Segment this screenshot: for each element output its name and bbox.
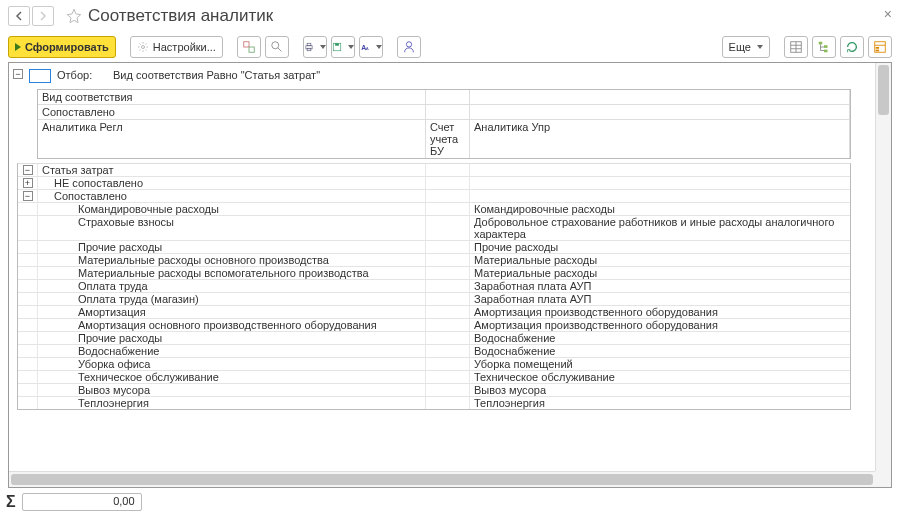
printer-icon [304,40,314,54]
data-row[interactable]: Материальные расходы вспомогательного пр… [18,267,850,280]
collapse-toggle[interactable]: − [13,69,23,79]
group-row[interactable]: + НЕ сопоставлено [18,177,850,190]
close-button[interactable]: × [884,6,892,22]
data-row[interactable]: Прочие расходыПрочие расходы [18,241,850,254]
group-row[interactable]: − Статья затрат [18,164,850,177]
svg-rect-17 [876,47,880,49]
data-row[interactable]: Амортизация основного производственного … [18,319,850,332]
svg-rect-13 [819,42,823,45]
variants-button[interactable] [237,36,261,58]
horizontal-scrollbar[interactable] [9,471,875,487]
print-button[interactable] [303,36,327,58]
table-mode-button[interactable] [784,36,808,58]
favorite-icon[interactable] [66,8,82,24]
svg-rect-2 [249,47,254,52]
titlebar: Соответствия аналитик × [0,0,900,32]
more-label: Еще [729,41,751,53]
data-row[interactable]: Материальные расходы основного производс… [18,254,850,267]
dropdown-icon [348,45,354,49]
mail-button[interactable] [397,36,421,58]
table-icon [789,40,803,54]
header-col2: Счет учета БУ [426,120,470,158]
group-row[interactable]: − Сопоставлено [18,190,850,203]
nav-forward-button[interactable] [32,6,54,26]
group-label: НЕ сопоставлено [38,177,426,189]
toolbar: Сформировать Настройки... AA Еще [0,32,900,63]
panel-button[interactable] [868,36,892,58]
vertical-scrollbar[interactable] [875,63,891,471]
statusbar: Σ 0,00 [0,490,900,514]
data-row[interactable]: ТеплоэнергияТеплоэнергия [18,397,850,410]
arrow-left-icon [14,11,24,21]
refresh-button[interactable] [840,36,864,58]
page-title: Соответствия аналитик [88,6,273,26]
find-button[interactable] [265,36,289,58]
data-row[interactable]: Оплата труда (магазин)Заработная плата А… [18,293,850,306]
svg-rect-1 [244,42,249,47]
group-label: Статья затрат [38,164,426,176]
report-content: − Отбор: Вид соответствия Равно "Статья … [9,63,875,471]
refresh-icon [845,40,859,54]
svg-rect-5 [307,43,311,46]
svg-rect-18 [876,50,880,52]
save-icon [332,40,342,54]
search-icon [270,40,284,54]
header-col1b: Сопоставлено [38,105,426,120]
data-row[interactable]: Командировочные расходыКомандировочные р… [18,203,850,216]
svg-rect-8 [335,43,339,46]
header-col1a: Вид соответствия [38,90,426,105]
person-icon [402,40,416,54]
svg-text:A: A [366,46,369,51]
tree-icon [817,40,831,54]
gear-icon [137,41,149,53]
data-row[interactable]: Уборка офисаУборка помещений [18,358,850,371]
variants-icon [242,40,256,54]
data-row[interactable]: Вывоз мусораВывоз мусора [18,384,850,397]
nav-back-button[interactable] [8,6,30,26]
settings-button[interactable]: Настройки... [130,36,223,58]
filter-row: − Отбор: Вид соответствия Равно "Статья … [13,67,871,89]
font-button[interactable]: AA [359,36,383,58]
data-row[interactable]: Прочие расходыВодоснабжение [18,332,850,345]
more-button[interactable]: Еще [722,36,770,58]
data-row[interactable]: Техническое обслуживаниеТехническое обсл… [18,371,850,384]
dropdown-icon [320,45,326,49]
svg-point-11 [406,42,411,47]
svg-rect-15 [824,50,828,53]
column-header-grid: Вид соответствия Сопоставлено Аналитика … [37,89,851,159]
panel-icon [873,40,887,54]
sigma-icon: Σ [6,493,16,511]
header-col3: Аналитика Упр [470,120,850,158]
svg-rect-14 [824,45,828,48]
play-icon [15,43,21,51]
group-label: Сопоставлено [38,190,426,202]
filter-text: Вид соответствия Равно "Статья затрат" [113,69,320,81]
expand-toggle[interactable]: + [23,178,33,188]
data-row[interactable]: АмортизацияАмортизация производственного… [18,306,850,319]
report-area: − Отбор: Вид соответствия Равно "Статья … [8,62,892,488]
arrow-right-icon [38,11,48,21]
data-row[interactable]: ВодоснабжениеВодоснабжение [18,345,850,358]
collapse-toggle[interactable]: − [23,165,33,175]
save-button[interactable] [331,36,355,58]
generate-button[interactable]: Сформировать [8,36,116,58]
selection-highlight [29,69,51,83]
header-col1c: Аналитика Регл [38,120,426,158]
filter-label: Отбор: [57,69,107,81]
data-row[interactable]: Страховые взносыДобровольное страхование… [18,216,850,241]
generate-label: Сформировать [25,41,109,53]
collapse-toggle[interactable]: − [23,191,33,201]
sum-field[interactable]: 0,00 [22,493,142,511]
tree-mode-button[interactable] [812,36,836,58]
data-row[interactable]: Оплата трудаЗаработная плата АУП [18,280,850,293]
data-grid: − Статья затрат + НЕ сопоставлено − Сопо… [17,163,851,410]
svg-point-0 [141,46,144,49]
dropdown-icon [757,45,763,49]
font-icon: AA [360,40,370,54]
dropdown-icon [376,45,382,49]
svg-point-3 [272,42,279,49]
settings-label: Настройки... [153,41,216,53]
